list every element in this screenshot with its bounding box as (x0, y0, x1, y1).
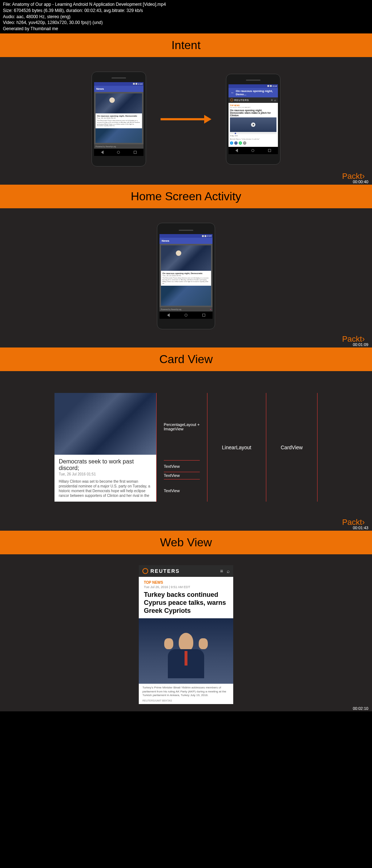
diagram-col-cardview: CardView (266, 393, 318, 502)
label-linear: LinearLayout (222, 445, 251, 450)
card-image (54, 393, 156, 455)
app-bar-detail: ← On raucous opening night, Demo... (229, 88, 278, 97)
news-image (96, 93, 142, 113)
meta-file: File: Anatomy of Our app - Learning Andr… (3, 1, 369, 8)
news-date: Tue, 26 Jul 2016 09:43 (97, 117, 141, 119)
card-title: Democrats seek to work past discord; (59, 458, 152, 471)
footer: Powered by NewsApi.org♥ (159, 307, 213, 312)
timestamp: 00:00:40 (353, 180, 368, 184)
news-image (161, 245, 211, 271)
app-bar: News (159, 238, 213, 244)
news-image-2 (161, 286, 211, 306)
frame-card: Democrats seek to work past discord; Tue… (0, 371, 372, 531)
whatsapp-icon[interactable]: w (239, 141, 242, 145)
article-headline: Turkey backs continued Cyprus peace talk… (144, 591, 228, 615)
label-cardview: CardView (281, 445, 303, 450)
article-headline: On raucous opening night, Democratic sta… (230, 109, 276, 117)
status-bar: 2:14 (94, 82, 143, 86)
menu-icon[interactable]: ≡ (220, 568, 223, 574)
frame-intent: 2:14 News On raucous opening night, Demo… (0, 57, 372, 185)
back-arrow-icon[interactable]: ← (231, 91, 234, 95)
phone-news-list: 2:14 News On raucous opening night, Demo… (92, 72, 146, 166)
webview-container: REUTERS ≡⌕ TOP NEWS Tue Jul 26, 2016 | 9… (139, 565, 233, 704)
facebook-icon[interactable]: f (234, 141, 238, 145)
nav-back-icon[interactable] (167, 313, 170, 317)
menu-icon[interactable]: ≡ (271, 99, 273, 102)
top-news-label: TOP NEWS (144, 580, 228, 584)
image-caption: Turkey's Prime Minister Binali Yildirim … (139, 684, 233, 699)
nav-home-icon[interactable] (185, 314, 187, 317)
nav-recent-icon[interactable] (268, 149, 271, 152)
nav-bar (159, 312, 213, 319)
label-textview-3: TextView (164, 489, 180, 493)
reuters-logo: REUTERS (142, 568, 180, 574)
nav-bar (229, 147, 278, 154)
video-caption-date: 26 Apr 2016 (230, 134, 276, 137)
section-header-web: Web View (0, 531, 372, 554)
nav-home-icon[interactable] (117, 151, 120, 154)
timestamp: 00:01:43 (353, 526, 368, 530)
nav-recent-icon[interactable] (134, 151, 137, 154)
label-textview-1: TextView (164, 464, 180, 469)
article-image (139, 618, 233, 684)
search-icon[interactable]: ⌕ (227, 568, 230, 574)
status-bar: 2:14 (229, 84, 278, 88)
card-desc: Hillary Clinton was set to become the fi… (59, 479, 152, 498)
meta-audio: Audio: aac, 48000 Hz, stereo (eng) (3, 14, 369, 20)
social-share: t f w ••• (230, 141, 276, 145)
nav-recent-icon[interactable] (202, 314, 205, 317)
timestamp: 00:02:10 (353, 706, 368, 711)
nav-home-icon[interactable] (251, 149, 254, 152)
news-desc: The Democratic Party's deep divisions we… (97, 120, 141, 127)
twitter-icon[interactable]: t (230, 141, 233, 145)
frame-web: REUTERS ≡⌕ TOP NEWS Tue Jul 26, 2016 | 9… (0, 554, 372, 711)
news-card[interactable]: On raucous opening night, Democratic Tue… (161, 271, 211, 286)
label-textview-2: TextView (164, 473, 180, 478)
card-preview: Democrats seek to work past discord; Tue… (54, 393, 156, 502)
diagram-col-linear: LinearLayout (207, 393, 266, 502)
more-icon[interactable]: ••• (243, 141, 246, 145)
section-header-intent: Intent (0, 33, 372, 57)
reuters-header: REUTERS ≡⌕ (139, 565, 233, 577)
nav-bar (94, 149, 143, 156)
intent-arrow-icon (161, 115, 211, 124)
nav-back-icon[interactable] (235, 149, 238, 152)
card-date: Tue, 26 Jul 2016 01:51 (59, 472, 152, 476)
timestamp: 00:01:09 (353, 342, 368, 347)
article-date: Tue Jul 26, 2016 | 9:51 AM EDT (144, 585, 228, 589)
footer: Powered by NewsApi.org (94, 144, 143, 149)
status-bar: 2:14 (159, 234, 213, 238)
meta-size: Size: 6704526 bytes (6.39 MiB), duration… (3, 8, 369, 14)
nav-back-icon[interactable] (101, 150, 104, 154)
phone-home-screen: 2:14 News On raucous opening night, Demo… (157, 223, 215, 329)
diagram-col-parts: PercentageLayout + ImageView TextView Te… (156, 393, 207, 502)
news-desc: The Democratic Party's deep divisions we… (162, 277, 210, 284)
news-card[interactable]: On raucous opening night, Democratic Tue… (96, 113, 142, 128)
reuters-header: REUTERS ≡⌕ (229, 97, 278, 103)
meta-generated: Generated by Thumbnail me (3, 26, 369, 32)
video-caption: Michelle Obama: "In this election, I'm w… (230, 137, 276, 141)
frame-home: 2:14 News On raucous opening night, Demo… (0, 208, 372, 347)
phone-news-detail: 2:14 ← On raucous opening night, Demo...… (226, 74, 280, 165)
article-date: Tue Jul 26, 2016 | 9:42 AM EDT (230, 107, 276, 108)
section-header-card: Card View (0, 347, 372, 371)
meta-video: Video: h264, yuv420p, 1280x720, 30.00 fp… (3, 20, 369, 26)
section-header-home: Home Screen Activity (0, 185, 372, 208)
app-bar: News (94, 86, 143, 92)
video-metadata: File: Anatomy of Our app - Learning Andr… (0, 0, 372, 33)
news-image-2 (96, 128, 142, 143)
label-percentage: PercentageLayout + ImageView (164, 422, 200, 431)
video-thumbnail[interactable] (230, 117, 276, 132)
play-button-icon[interactable] (251, 122, 255, 127)
reuters-logo: REUTERS (230, 99, 249, 101)
news-date: Tue, 26 Jul 2016 09:43 (162, 274, 210, 277)
video-progress[interactable] (230, 132, 276, 134)
search-icon[interactable]: ⌕ (274, 99, 276, 102)
image-credit: REUTERS/UMIT BEKTAS (139, 699, 233, 704)
